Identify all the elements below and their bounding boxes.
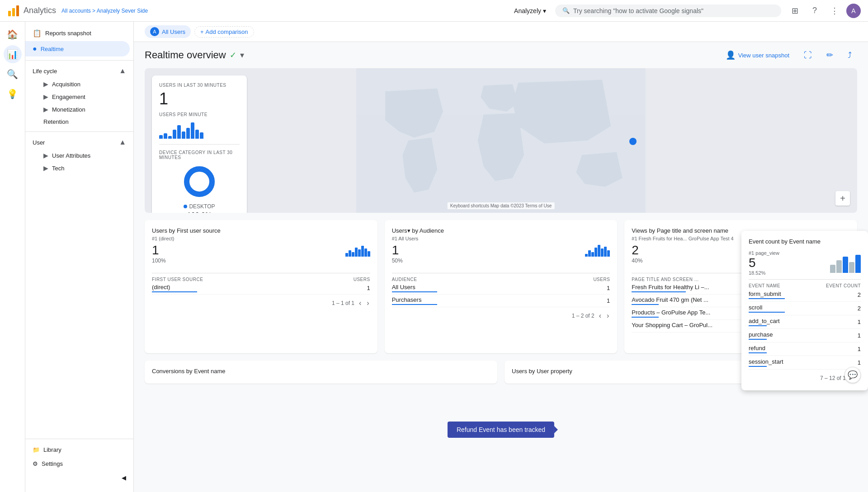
- share-button[interactable]: ⤴: [842, 48, 857, 63]
- view-snapshot-label: View user snapshot: [738, 52, 789, 59]
- sub-header: A All Users + Add comparison: [134, 22, 868, 42]
- header-actions: ⊞ ? ⋮ A: [787, 3, 861, 19]
- nav-search-icon[interactable]: 🔍: [4, 65, 22, 83]
- sidebar-user-attributes[interactable]: ▶ User Attributes: [25, 149, 130, 162]
- help-button[interactable]: ?: [807, 3, 823, 19]
- map-location-dot: [629, 138, 637, 145]
- library-label: Library: [43, 446, 61, 453]
- nav-home-icon[interactable]: 🏠: [4, 25, 22, 43]
- user-chip-icon: A: [150, 27, 159, 36]
- tech-label: Tech: [52, 165, 64, 172]
- search-icon: 🔍: [562, 7, 570, 14]
- event-col2: EVENT COUNT: [826, 283, 861, 288]
- settings-label: Settings: [42, 460, 63, 467]
- all-users-chip[interactable]: A All Users: [145, 25, 191, 38]
- lifecycle-group-header[interactable]: Life cycle ▲: [25, 64, 133, 78]
- audience-col1: AUDIENCE: [392, 277, 417, 282]
- next-page-btn[interactable]: ›: [366, 298, 370, 308]
- audience-card-title: Users▾ by Audience: [392, 227, 610, 234]
- bar-10: [200, 132, 203, 139]
- property-selector[interactable]: Analyzely ▾: [510, 5, 550, 16]
- user-attributes-label: User Attributes: [52, 152, 90, 159]
- tooltip-arrow-icon: [554, 426, 558, 433]
- search-bar[interactable]: 🔍 Try searching "how to activate Google …: [555, 5, 781, 17]
- prev-page-btn[interactable]: ‹: [358, 298, 362, 308]
- nav-realtime-icon[interactable]: 📊: [4, 45, 22, 63]
- property-name: Analyzely: [514, 7, 541, 14]
- sidebar-reports-snapshot[interactable]: 📋 Reports snapshot: [25, 25, 130, 41]
- map-zoom-btn[interactable]: +: [835, 191, 850, 206]
- bar-6: [182, 131, 185, 139]
- sidebar-acquisition[interactable]: ▶ Acquisition: [25, 78, 130, 90]
- conversions-card-title: Conversions by Event name: [152, 368, 490, 375]
- bar-8: [191, 122, 194, 139]
- event-row-scroll: scroll 2: [749, 302, 861, 315]
- fullscreen-button[interactable]: ⛶: [798, 48, 817, 63]
- add-comparison-label: Add comparison: [206, 28, 248, 35]
- mini-bar-chart: [159, 121, 240, 139]
- first-user-pagination: 1 – 1 of 1 ‹ ›: [152, 298, 370, 308]
- bar-3: [168, 136, 172, 139]
- top-header: Analytics All accounts > Analyzely Sever…: [0, 0, 868, 22]
- expand-icon: ▶: [43, 106, 48, 113]
- page-title-dropdown-icon[interactable]: ▾: [240, 50, 244, 60]
- retention-label: Retention: [43, 118, 69, 125]
- add-comparison-button[interactable]: + Add comparison: [194, 26, 254, 37]
- audience-card-rank: #1 All Users: [392, 236, 610, 241]
- views-pct: 40%: [632, 258, 642, 264]
- event-row-add-to-cart: add_to_cart 1: [749, 315, 861, 329]
- sidebar-monetization[interactable]: ▶ Monetization: [25, 103, 130, 116]
- svg-point-5: [187, 169, 212, 194]
- event-row-form-submit: form_submit 2: [749, 288, 861, 302]
- sidebar-retention[interactable]: Retention: [25, 116, 130, 128]
- map-attribution: Keyboard shortcuts Map data ©2023 Terms …: [448, 202, 555, 209]
- event-top-rank: #1 page_view: [749, 250, 779, 256]
- event-panel: Event count by Event name #1 page_view 5…: [741, 231, 868, 390]
- avatar[interactable]: A: [846, 4, 861, 18]
- chevron-up-icon: ▲: [119, 67, 126, 75]
- expand-icon: ▶: [43, 164, 48, 172]
- view-user-snapshot-button[interactable]: 👤 View user snapshot: [720, 47, 795, 63]
- collapse-icon: ◀: [122, 474, 126, 481]
- more-button[interactable]: ⋮: [826, 3, 843, 19]
- audience-pct: 50%: [392, 258, 403, 264]
- svg-rect-0: [8, 11, 11, 16]
- svg-rect-2: [16, 5, 19, 16]
- engagement-label: Engagement: [52, 94, 85, 100]
- nav-insights-icon[interactable]: 💡: [4, 85, 22, 103]
- analytics-logo-icon: [7, 5, 20, 17]
- sidebar-library[interactable]: 📁 Library: [25, 443, 133, 457]
- chat-icon[interactable]: 💬: [844, 367, 861, 383]
- users-last-30-label: USERS IN LAST 30 MINUTES: [159, 83, 240, 88]
- sidebar-engagement[interactable]: ▶ Engagement: [25, 90, 130, 103]
- settings-icon: ⚙: [33, 460, 38, 467]
- next-page-btn[interactable]: ›: [606, 311, 610, 321]
- conversions-card: Conversions by Event name: [145, 361, 497, 384]
- search-placeholder: Try searching "how to activate Google si…: [573, 7, 703, 14]
- acquisition-label: Acquisition: [52, 81, 80, 88]
- dashboard: USERS IN LAST 30 MINUTES 1 USERS PER MIN…: [134, 68, 868, 492]
- first-user-row-1: (direct) 1: [152, 282, 370, 295]
- prev-page-btn[interactable]: ‹: [598, 311, 602, 321]
- first-user-col2: USERS: [354, 277, 370, 282]
- sidebar-realtime[interactable]: ● Realtime: [25, 41, 130, 56]
- donut-chart: [181, 164, 217, 200]
- sidebar-settings[interactable]: ⚙ Settings: [25, 457, 133, 471]
- event-row-purchase: purchase 1: [749, 329, 861, 342]
- event-col1: EVENT NAME: [749, 283, 780, 288]
- event-row-session-start: session_start 1: [749, 356, 861, 370]
- bar-5: [177, 125, 181, 139]
- chevron-up-icon: ▲: [119, 138, 126, 146]
- edit-button[interactable]: ✏: [821, 47, 839, 63]
- apps-button[interactable]: ⊞: [787, 3, 803, 19]
- per-minute-label: USERS PER MINUTE: [159, 112, 240, 117]
- sidebar-collapse[interactable]: ◀: [25, 471, 133, 485]
- event-pagination: 7 – 12 of 14 ‹ ›: [749, 373, 861, 383]
- tooltip-text: Refund Event has been tracked: [457, 426, 545, 433]
- user-group-header[interactable]: User ▲: [25, 136, 133, 149]
- sidebar-tech[interactable]: ▶ Tech: [25, 162, 130, 174]
- check-icon: ✓: [230, 50, 236, 60]
- bar-2: [164, 133, 167, 139]
- all-users-label: All Users: [162, 28, 185, 35]
- event-panel-title: Event count by Event name: [749, 238, 861, 245]
